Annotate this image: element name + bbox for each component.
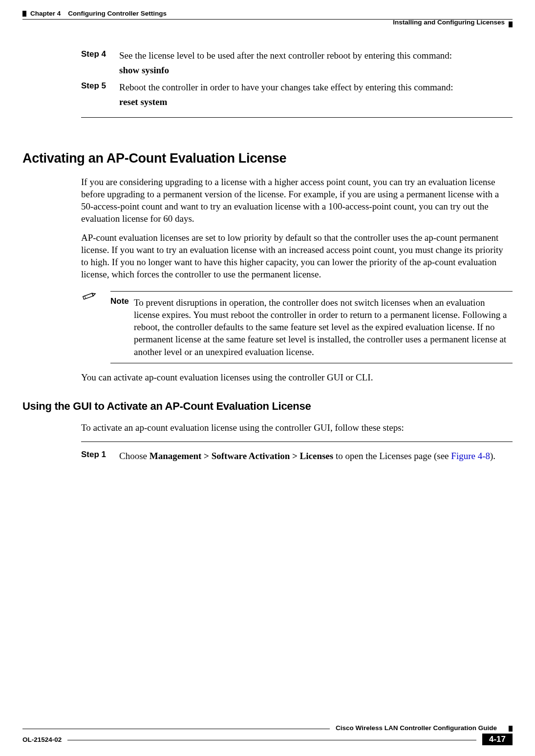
paragraph: If you are considering upgrading to a li… [81, 176, 513, 225]
pencil-icon [81, 291, 110, 301]
paragraph: To activate an ap-count evaluation licen… [81, 421, 513, 434]
menu-path: Management > Software Activation > Licen… [150, 451, 333, 461]
step-text: See the license level to be used after t… [119, 49, 513, 62]
footer-guide-title: Cisco Wireless LAN Controller Configurat… [336, 724, 497, 732]
step-label: Step 5 [81, 81, 119, 108]
step-text-prefix: Choose [119, 451, 150, 461]
page-number: 4-17 [482, 734, 513, 745]
note-label: Note [110, 296, 134, 357]
note-top-rule [110, 291, 513, 292]
svg-line-2 [85, 296, 86, 299]
step-label: Step 1 [81, 450, 119, 462]
chapter-label: Chapter 4 [30, 10, 61, 17]
paragraph: You can activate ap-count evaluation lic… [81, 371, 513, 383]
header-marker-left [22, 11, 26, 17]
heading-1: Activating an AP-Count Evaluation Licens… [22, 151, 513, 166]
step-text: Reboot the controller in order to have y… [119, 81, 513, 94]
footer-rule-bottom [67, 740, 476, 740]
steps-end-rule [81, 117, 513, 118]
step-command: reset system [119, 96, 513, 108]
step-label: Step 4 [81, 49, 119, 76]
footer-marker [509, 726, 513, 732]
note-text: To prevent disruptions in operation, the… [134, 296, 513, 357]
header-chapter: Chapter 4 Configuring Controller Setting… [30, 10, 167, 17]
steps-open-rule [81, 441, 513, 442]
svg-rect-0 [83, 294, 93, 299]
step-text-mid: to open the Licenses page (see [333, 451, 451, 461]
header-section: Installing and Configuring Licenses [393, 19, 505, 26]
note-bottom-rule [110, 363, 513, 363]
paragraph: AP-count evaluation licenses are set to … [81, 231, 513, 280]
svg-marker-1 [92, 293, 96, 296]
header-marker-right [509, 21, 513, 27]
step-body: Choose Management > Software Activation … [119, 450, 513, 462]
step-text-suffix: ). [490, 451, 495, 461]
chapter-title: Configuring Controller Settings [68, 10, 167, 17]
step-command: show sysinfo [119, 64, 513, 77]
footer-rule-top [22, 729, 330, 729]
footer-doc-id: OL-21524-02 [22, 736, 62, 743]
heading-2: Using the GUI to Activate an AP-Count Ev… [22, 400, 513, 413]
figure-link[interactable]: Figure 4-8 [451, 451, 490, 461]
